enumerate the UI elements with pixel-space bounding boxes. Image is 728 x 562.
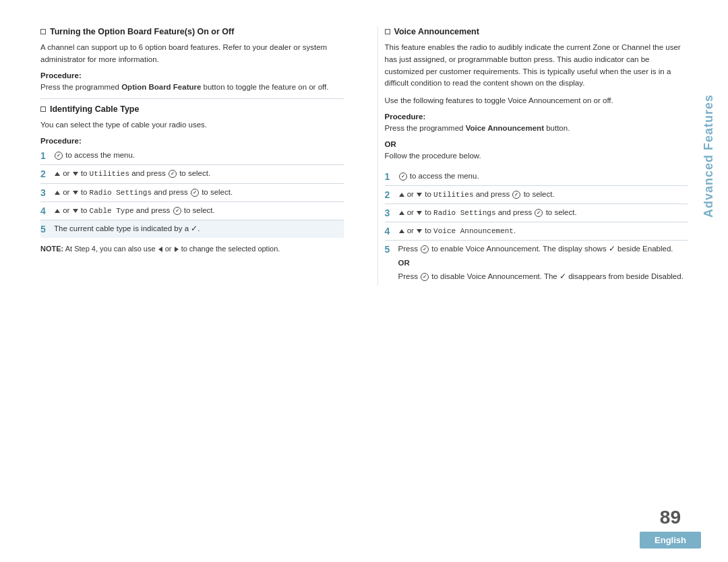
voice-step-4: 4 or to Voice Announcement. [385,222,688,241]
vstep-num-5: 5 [385,243,394,255]
step-num-3: 3 [40,187,50,199]
vstep-content-4: or to Voice Announcement. [398,225,688,237]
ok-icon-4: ✓ [173,207,181,215]
vstep-num-3: 3 [385,207,394,219]
section-voice-title: Voice Announcement [394,27,479,36]
ok-icon-1: ✓ [55,152,63,160]
section-bullet-2 [40,106,46,112]
varrow-up-3 [399,211,404,215]
right-column: Voice Announcement This feature enables … [377,27,688,285]
section-divider-1 [40,98,344,99]
section-voice-header: Voice Announcement [385,27,688,36]
english-badge: English [640,532,701,549]
procedure-label-1: Procedure: [40,71,344,80]
step-num-1: 1 [40,150,50,162]
vstep-num-2: 2 [385,189,394,201]
varrow-up-4 [399,229,404,233]
step-content-2: or to Utilities and press ✓ to select. [54,168,344,180]
vstep-num-4: 4 [385,225,394,237]
cable-note: NOTE: At Step 4, you can also use or to … [40,243,344,255]
arrow-up-3 [55,191,60,195]
vstep-content-3: or to Radio Settings and press ✓ to sele… [398,207,688,219]
cable-step-2: 2 or to Utilities and press ✓ to select. [40,165,344,183]
voice-step-2: 2 or to Utilities and press ✓ to select. [385,186,688,204]
vstep-content-5: Press ✓ to enable Voice Announcement. Th… [398,243,688,282]
section-cable-type: Identifying Cable Type You can select th… [40,104,344,254]
vok-icon-2: ✓ [512,191,520,199]
cable-step-1: 1 ✓ to access the menu. [40,147,344,165]
section-voice-body2: Use the following features to toggle Voi… [385,95,688,107]
vstep-content-2: or to Utilities and press ✓ to select. [398,189,688,201]
procedure-label-2: Procedure: [40,137,344,145]
procedure-body-1: Press the programmed Option Board Featur… [40,82,344,94]
step-num-2: 2 [40,168,50,180]
cable-step-4: 4 or to Cable Type and press ✓ to select… [40,202,344,220]
arrow-down-3 [73,191,78,195]
section-voice-announcement: Voice Announcement This feature enables … [385,27,688,285]
vstep-content-1: ✓ to access the menu. [398,170,688,182]
section-option-board-header: Turning the Option Board Feature(s) On o… [40,27,344,36]
varrow-down-3 [417,211,422,215]
or-line-1: OR [385,140,688,148]
arrow-down-2 [73,172,78,176]
varrow-down-2 [417,193,422,197]
vok-icon-5a: ✓ [421,245,429,253]
vstep-num-1: 1 [385,170,394,183]
step-num-4: 4 [40,205,50,217]
section-cable-type-header: Identifying Cable Type [40,104,344,114]
procedure-voice-body: Press the programmed Voice Announcement … [385,123,688,135]
vok-icon-1: ✓ [399,173,407,181]
arrow-right-note [175,247,179,252]
ok-icon-3: ✓ [191,189,199,197]
page-container: Advanced Features Turning the Option Boa… [0,0,728,562]
varrow-up-2 [399,193,404,197]
section-option-board: Turning the Option Board Feature(s) On o… [40,27,344,93]
section-bullet-3 [385,29,390,34]
voice-step-5: 5 Press ✓ to enable Voice Announcement. … [385,241,688,285]
sidebar-label: Advanced Features [702,94,716,218]
follow-text: Follow the procedure below. [385,150,688,162]
note-label: NOTE: [40,245,63,253]
step-content-3: or to Radio Settings and press ✓ to sele… [54,187,344,199]
option-board-bold: Option Board Feature [121,83,201,91]
section-voice-body: This feature enables the radio to audibl… [385,42,688,90]
procedure-label-3: Procedure: [385,113,688,121]
step-content-4: or to Cable Type and press ✓ to select. [54,205,344,217]
section-option-board-title: Turning the Option Board Feature(s) On o… [50,27,234,36]
cable-type-steps: 1 ✓ to access the menu. 2 or to Utilitie… [40,147,344,238]
vok-icon-3: ✓ [535,209,543,217]
arrow-up-2 [55,172,60,176]
step-content-1: ✓ to access the menu. [54,150,344,161]
section-cable-type-title: Identifying Cable Type [50,104,139,114]
or-line-2: OR [398,257,688,269]
voice-steps: 1 ✓ to access the menu. 2 or to Utilitie… [385,168,688,286]
ok-icon-2: ✓ [169,170,177,178]
content-columns: Turning the Option Board Feature(s) On o… [40,27,688,285]
vok-icon-5b: ✓ [421,273,429,281]
arrow-up-4 [55,209,60,213]
section-bullet-1 [40,29,46,34]
cable-step-5: 5 The current cable type is indicated by… [40,220,344,238]
voice-step-3: 3 or to Radio Settings and press ✓ to se… [385,204,688,222]
arrow-left-note [158,247,162,252]
left-column: Turning the Option Board Feature(s) On o… [40,27,351,285]
page-number: 89 [660,507,681,528]
varrow-down-4 [417,229,422,233]
voice-step-1: 1 ✓ to access the menu. [385,168,688,186]
cable-step-3: 3 or to Radio Settings and press ✓ to se… [40,184,344,202]
step-content-5: The current cable type is indicated by a… [54,223,344,235]
voice-bold: Voice Announcement [466,124,544,132]
arrow-down-4 [73,209,78,213]
step-num-5: 5 [40,223,50,235]
section-option-board-body: A channel can support up to 6 option boa… [40,42,344,66]
section-cable-type-body: You can select the type of cable your ra… [40,119,344,131]
